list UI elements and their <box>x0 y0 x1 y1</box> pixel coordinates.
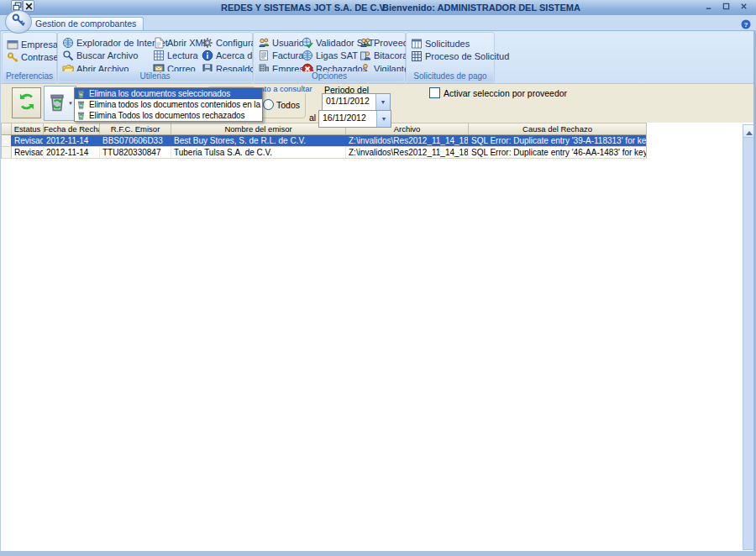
ribbon-item-validador-sat[interactable]: Validador SAT <box>300 36 358 50</box>
ribbon-item-bitacora[interactable]: Bitacora <box>358 50 405 63</box>
ribbon-item-lectura[interactable]: Lectura <box>151 50 200 63</box>
grid-header-fecha-de-rechazo[interactable]: Fecha de Rechazo <box>44 123 100 134</box>
minimize-button[interactable] <box>704 2 713 11</box>
cell-estatus: Revisado <box>12 135 44 146</box>
menu-item-elimina-documentos-seleccionados[interactable]: Elimina los documentos seleccionados <box>75 88 262 99</box>
ribbon-tab-row: Gestion de comprobantes ? <box>0 15 756 31</box>
menu-item-label: Elimina Todos los documentos rechazados <box>89 111 244 120</box>
cell-causa: SQL Error: Duplicate entry '46-AA-1483' … <box>469 147 646 158</box>
cell-nombre: Tuberia Tulsa S.A. de C.V. <box>171 147 346 158</box>
maximize-icon <box>722 2 731 11</box>
menu-item-elimina-todos-contenidos-consulta[interactable]: Elimina todos los documentos contenidos … <box>75 99 262 110</box>
key-orb-icon <box>11 13 26 31</box>
grid-icon <box>153 50 165 61</box>
window-border-left <box>0 30 1 551</box>
date-from-combo[interactable]: 01/11/2012 ▼ <box>322 93 391 111</box>
gear-icon <box>202 37 213 49</box>
help-button[interactable]: ? <box>741 18 751 28</box>
globe-icon <box>302 50 313 61</box>
date-from-dropdown-arrow-icon[interactable]: ▼ <box>375 94 390 110</box>
cell-causa: SQL Error: Duplicate entry '39-A-118313'… <box>469 135 646 146</box>
key-icon <box>7 51 18 63</box>
grid-header-estatus[interactable]: Estatus <box>12 123 44 134</box>
cell-rfc: BBS070606D33 <box>100 135 171 146</box>
ribbon-item-label: Proceso de Solicitud <box>425 51 509 61</box>
ribbon-item-solicitudes[interactable]: Solicitudes <box>409 37 511 50</box>
welcome-text: Bienvenido: ADMINISTRADOR DEL SISTEMA <box>382 3 580 13</box>
row-arrow-icon: ► <box>3 139 9 144</box>
process-icon <box>411 50 423 62</box>
ribbon-item-label: Lectura <box>167 50 198 60</box>
menu-item-elimina-todos-rechazados[interactable]: Elimina Todos los documentos rechazados <box>75 110 262 121</box>
ribbon-item-explorador-de-internet[interactable]: Explorador de Internet <box>60 36 151 50</box>
ribbon-item-configuracion[interactable]: Configuracion <box>200 36 252 50</box>
close-icon <box>24 2 34 11</box>
close-icon <box>739 2 748 11</box>
activar-seleccion-checkbox[interactable] <box>429 87 440 98</box>
content-area: Estatus Fecha de Rechazo R.F.C. Emisor N… <box>0 123 754 551</box>
minimize-icon <box>704 2 713 11</box>
close-button[interactable] <box>739 2 748 11</box>
cell-fecha: 2012-11-14 <box>44 135 100 146</box>
cell-estatus: Revisado <box>12 147 44 158</box>
child-close-button[interactable] <box>23 0 34 12</box>
tab-gestion-de-comprobantes[interactable]: Gestion de comprobantes <box>28 17 144 30</box>
users-icon <box>360 37 371 49</box>
ribbon-group-caption: Opciones <box>255 71 404 81</box>
ribbon-group-solicitudes-de-pago: Solicitudes Proceso de Solicitud Solicit… <box>406 32 495 83</box>
radio-todos-label: Todos <box>276 100 300 110</box>
ribbon-group-caption: Solicitudes de pago <box>407 71 493 81</box>
ribbon-item-abrir-xml[interactable]: Abrir XML <box>151 36 200 50</box>
ribbon-item-label: Acerca de <box>216 50 258 60</box>
ribbon-item-proveedores[interactable]: Proveedores <box>358 36 405 50</box>
grid-header-causa-del-rechazo[interactable]: Causa del Rechazo <box>469 123 646 134</box>
ribbon-group-caption: Utilerias <box>59 71 251 81</box>
ribbon-item-label: Empresa <box>21 39 58 50</box>
ribbon-item-label: Solicitudes <box>425 39 470 49</box>
grid-header-rfc-emisor[interactable]: R.F.C. Emisor <box>100 123 171 134</box>
ribbon-item-buscar-archivo[interactable]: Buscar Archivo <box>60 50 151 63</box>
ribbon-item-ligas-sat[interactable]: Ligas SAT <box>300 50 358 63</box>
cell-fecha: 2012-11-14 <box>44 147 100 158</box>
delete-dropdown-button[interactable]: ▼ <box>44 86 76 121</box>
ribbon-item-label: Buscar Archivo <box>76 50 138 60</box>
activar-seleccion-label: Activar seleccion por proveedor <box>444 88 567 98</box>
rejected-documents-grid: Estatus Fecha de Rechazo R.F.C. Emisor N… <box>1 123 647 159</box>
globe-check-icon <box>302 37 313 49</box>
application-menu-button[interactable] <box>5 10 32 34</box>
trash-recycle-icon <box>76 89 86 98</box>
al-label: al <box>309 113 316 123</box>
table-row[interactable]: Revisado 2012-11-14 TTU820330847 Tuberia… <box>2 147 646 159</box>
ribbon-group-preferencias: Empresa Contraseña Preferencias <box>2 32 57 83</box>
window-border-bottom <box>0 551 756 556</box>
form-icon <box>7 39 18 50</box>
date-to-dropdown-arrow-icon[interactable]: ▼ <box>376 111 391 127</box>
window-title: REDES Y SISTEMAS JOT S.A. DE C.V. <box>221 3 387 13</box>
cell-nombre: Best Buy Stores, S. de R.L. de C.V. <box>171 135 346 146</box>
ribbon-item-proceso-de-solicitud[interactable]: Proceso de Solicitud <box>409 50 511 64</box>
table-icon <box>411 38 423 50</box>
ribbon: Empresa Contraseña Preferencias Explorad… <box>0 31 756 84</box>
ribbon-item-label: Ligas SAT <box>316 50 358 60</box>
trash-recycle-icon <box>76 100 86 109</box>
menu-item-label: Elimina todos los documentos contenidos … <box>89 100 262 109</box>
help-icon: ? <box>741 18 751 32</box>
date-to-combo[interactable]: 16/11/2012 ▼ <box>318 110 391 128</box>
table-row[interactable]: ► Revisado 2012-11-14 BBS070606D33 Best … <box>2 135 646 147</box>
date-to-value: 16/11/2012 <box>319 111 376 127</box>
radio-todos[interactable] <box>263 99 274 110</box>
delete-popup-menu: Elimina los documentos seleccionados Eli… <box>74 87 263 122</box>
ribbon-item-acerca-de[interactable]: Acerca de <box>200 50 252 63</box>
titlebar: REDES Y SISTEMAS JOT S.A. DE C.V. Bienve… <box>0 0 756 16</box>
ribbon-item-facturas[interactable]: Facturas <box>256 50 300 63</box>
maximize-button[interactable] <box>722 2 731 11</box>
ribbon-group-utilerias: Explorador de Internet Buscar Archivo Ab… <box>57 32 253 83</box>
menu-item-label: Elimina los documentos seleccionados <box>89 89 230 98</box>
ribbon-group-opciones: Usuarios Facturas Empresas Validador SAT <box>253 32 406 83</box>
scroll-up-arrow-icon <box>746 123 753 139</box>
xml-icon <box>153 37 165 49</box>
refresh-button[interactable] <box>12 87 41 118</box>
ribbon-item-usuarios[interactable]: Usuarios <box>256 36 300 50</box>
invoice-icon <box>258 50 270 61</box>
row-selector-cell: ► <box>2 135 12 146</box>
